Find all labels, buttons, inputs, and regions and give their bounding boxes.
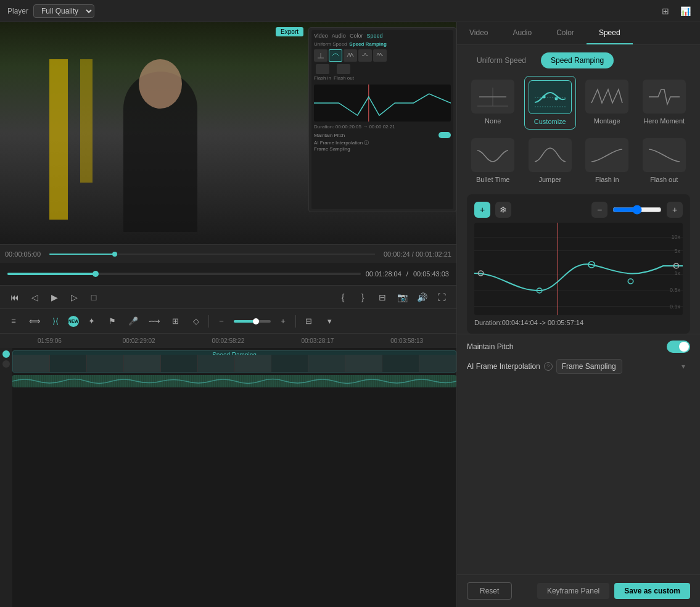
left-panel: VideoAudioColorSpeed Uniform SpeedSpeed … xyxy=(0,22,456,607)
curve-editor: + ❄ − + 10x 5x 1x xyxy=(467,194,690,334)
play-forward-btn[interactable]: ▷ xyxy=(67,290,81,305)
preset-hero-moment[interactable]: Hero Moment xyxy=(638,76,691,130)
fullscreen-btn[interactable]: ⛶ xyxy=(434,290,449,305)
timeline-controls-top: 00:00:05:00 00:00:24 / 00:01:02:21 xyxy=(0,244,456,263)
speed-tabs: Uniform Speed Speed Ramping xyxy=(457,45,700,68)
zoom-in-btn[interactable]: + xyxy=(667,202,683,218)
progress-bar[interactable] xyxy=(7,273,361,275)
export-btn[interactable]: Export xyxy=(276,27,303,36)
audio-btn[interactable]: 🎤 xyxy=(125,313,142,330)
total-time: 00:05:43:03 xyxy=(413,270,449,278)
multicam-btn[interactable]: ⊞ xyxy=(167,313,184,330)
bracket-in-btn[interactable]: { xyxy=(336,290,350,305)
preset-hero-moment-label: Hero Moment xyxy=(643,117,685,125)
skip-back-btn[interactable]: ⏮ xyxy=(7,290,22,305)
maintain-pitch-label: Maintain Pitch xyxy=(467,342,513,351)
curve-toolbar-left: + ❄ xyxy=(474,202,511,218)
edit-controls: { } ⊟ 📷 🔊 ⛶ xyxy=(336,290,449,305)
current-time: 00:01:28:04 xyxy=(366,270,401,278)
select-arrow-icon: ▾ xyxy=(681,362,685,371)
new-badge: NEW xyxy=(68,316,79,327)
uniform-speed-tab[interactable]: Uniform Speed xyxy=(467,52,536,68)
tab-speed[interactable]: Speed xyxy=(587,22,633,44)
top-bar: Player Full Quality ⊞ 📊 xyxy=(0,0,700,22)
time-separator: / xyxy=(406,270,408,278)
track-indicator xyxy=(2,350,10,358)
main-layout: VideoAudioColorSpeed Uniform SpeedSpeed … xyxy=(0,22,700,607)
ruler-mark-4: 00:03:28:17 xyxy=(273,337,362,344)
play-btn[interactable]: ▶ xyxy=(47,290,62,305)
reset-button[interactable]: Reset xyxy=(467,582,512,600)
chart-btn[interactable]: 📊 xyxy=(678,4,693,19)
keyframe-panel-button[interactable]: Keyframe Panel xyxy=(537,583,609,599)
audio-track-bar xyxy=(12,375,456,387)
zoom-out-btn[interactable]: − xyxy=(591,202,607,218)
play-back-btn[interactable]: ◁ xyxy=(27,290,42,305)
marker-btn[interactable]: ⚑ xyxy=(104,313,121,330)
trim-btn[interactable]: ⟩⟨ xyxy=(47,313,64,330)
preset-jumper[interactable]: Jumper xyxy=(524,134,577,187)
preset-flash-out[interactable]: Flash out xyxy=(638,134,691,187)
preset-customize[interactable]: Customize xyxy=(524,76,577,130)
snowflake-btn[interactable]: ❄ xyxy=(495,202,511,218)
frame-select-wrap: Frame Sampling Frame Blending Optical Fl… xyxy=(556,359,690,374)
grid-view-btn[interactable]: ⊞ xyxy=(658,4,673,19)
tab-audio[interactable]: Audio xyxy=(500,22,544,44)
toggle-dot xyxy=(679,342,689,352)
mini-preview-panel: VideoAudioColorSpeed Uniform SpeedSpeed … xyxy=(308,27,456,212)
speed-presets-grid: None Customize xyxy=(457,68,700,194)
preset-none[interactable]: None xyxy=(467,76,519,130)
ruler-mark-2: 00:02:29:02 xyxy=(94,337,184,344)
top-bar-right: ⊞ 📊 xyxy=(658,4,693,19)
speed-ramping-tab[interactable]: Speed Ramping xyxy=(541,52,614,68)
plus-btn[interactable]: + xyxy=(274,313,292,330)
player-label: Player xyxy=(7,7,28,15)
insert-btn[interactable]: ⊟ xyxy=(375,290,390,305)
toolbar-divider xyxy=(208,315,209,328)
right-buttons: Keyframe Panel Save as custom xyxy=(537,583,690,599)
preset-bullet-time[interactable]: Bullet Time xyxy=(467,134,519,187)
camera-btn[interactable]: 📷 xyxy=(395,290,410,305)
frame-select[interactable]: Frame Sampling Frame Blending Optical Fl… xyxy=(556,359,622,374)
preset-flash-in[interactable]: Flash in xyxy=(581,134,633,187)
minus-btn[interactable]: − xyxy=(213,313,230,330)
video-preview: VideoAudioColorSpeed Uniform SpeedSpeed … xyxy=(0,22,456,244)
preset-flash-in-label: Flash in xyxy=(595,176,619,183)
tab-color[interactable]: Color xyxy=(544,22,587,44)
transition-btn[interactable]: ⟿ xyxy=(146,313,163,330)
stop-btn[interactable]: □ xyxy=(86,290,101,305)
save-as-custom-button[interactable]: Save as custom xyxy=(614,583,690,599)
speed-track-bar[interactable]: Speed Ramping xyxy=(12,350,456,373)
bracket-out-btn[interactable]: } xyxy=(355,290,370,305)
ai-frame-row: AI Frame Interpolation ? Frame Sampling … xyxy=(457,359,700,379)
ruler-mark-5: 00:03:58:13 xyxy=(362,337,451,344)
help-icon[interactable]: ? xyxy=(544,362,553,371)
spacer xyxy=(457,379,700,574)
playback-bar: 00:01:28:04 / 00:05:43:03 xyxy=(0,263,456,285)
maintain-pitch-toggle[interactable] xyxy=(667,341,690,353)
quality-select[interactable]: Full Quality xyxy=(33,4,94,18)
add-keyframe-btn[interactable]: + xyxy=(474,202,490,218)
toolbar-divider2 xyxy=(295,315,296,328)
media-btn[interactable]: ≡ xyxy=(5,313,22,330)
maintain-pitch-row: Maintain Pitch xyxy=(457,334,700,359)
track-indicator2 xyxy=(2,360,10,368)
preset-montage[interactable]: Montage xyxy=(581,76,633,130)
preset-none-label: None xyxy=(485,117,501,125)
timeline-tracks: Speed Ramping xyxy=(0,348,456,607)
timeline-ruler: 01:59:06 00:02:29:02 00:02:58:22 00:03:2… xyxy=(0,333,456,348)
effect-btn[interactable]: ✦ xyxy=(83,313,100,330)
zoom-range[interactable] xyxy=(612,205,662,215)
preset-montage-label: Montage xyxy=(594,117,620,125)
right-tabs: Video Audio Color Speed xyxy=(457,22,700,45)
more-btn[interactable]: ▾ xyxy=(321,313,338,330)
ai-frame-label: AI Frame Interpolation xyxy=(467,362,540,371)
keyframe-btn[interactable]: ◇ xyxy=(187,313,205,330)
preset-bullet-time-label: Bullet Time xyxy=(476,176,509,183)
ripple-btn[interactable]: ⟺ xyxy=(26,313,43,330)
speaker-btn[interactable]: 🔊 xyxy=(414,290,429,305)
layout-btn[interactable]: ⊟ xyxy=(300,313,317,330)
zoom-slider[interactable] xyxy=(234,320,271,323)
tab-video[interactable]: Video xyxy=(457,22,500,44)
top-bar-left: Player Full Quality xyxy=(7,4,94,18)
